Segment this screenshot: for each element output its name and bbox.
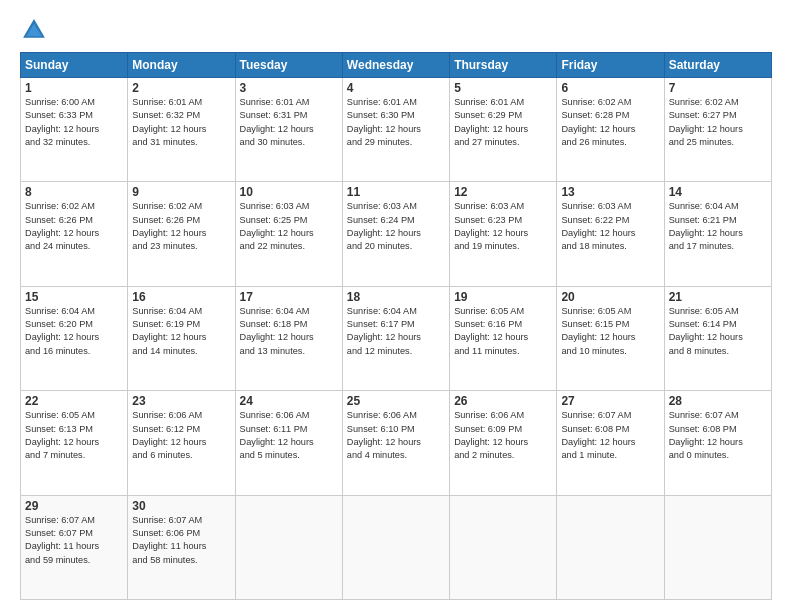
day-info: Sunrise: 6:01 AMSunset: 6:31 PMDaylight:… — [240, 96, 338, 149]
calendar-week-row: 15Sunrise: 6:04 AMSunset: 6:20 PMDayligh… — [21, 286, 772, 390]
calendar-cell — [342, 495, 449, 599]
calendar-cell: 4Sunrise: 6:01 AMSunset: 6:30 PMDaylight… — [342, 78, 449, 182]
dow-header: Sunday — [21, 53, 128, 78]
day-info: Sunrise: 6:05 AMSunset: 6:16 PMDaylight:… — [454, 305, 552, 358]
calendar-table: SundayMondayTuesdayWednesdayThursdayFrid… — [20, 52, 772, 600]
day-number: 13 — [561, 185, 659, 199]
day-number: 2 — [132, 81, 230, 95]
calendar-cell: 12Sunrise: 6:03 AMSunset: 6:23 PMDayligh… — [450, 182, 557, 286]
day-info: Sunrise: 6:03 AMSunset: 6:22 PMDaylight:… — [561, 200, 659, 253]
day-info: Sunrise: 6:01 AMSunset: 6:29 PMDaylight:… — [454, 96, 552, 149]
day-info: Sunrise: 6:04 AMSunset: 6:18 PMDaylight:… — [240, 305, 338, 358]
calendar-cell — [557, 495, 664, 599]
calendar-cell: 21Sunrise: 6:05 AMSunset: 6:14 PMDayligh… — [664, 286, 771, 390]
calendar-cell: 9Sunrise: 6:02 AMSunset: 6:26 PMDaylight… — [128, 182, 235, 286]
calendar-cell: 15Sunrise: 6:04 AMSunset: 6:20 PMDayligh… — [21, 286, 128, 390]
day-info: Sunrise: 6:07 AMSunset: 6:08 PMDaylight:… — [561, 409, 659, 462]
calendar-cell: 2Sunrise: 6:01 AMSunset: 6:32 PMDaylight… — [128, 78, 235, 182]
day-number: 16 — [132, 290, 230, 304]
day-number: 28 — [669, 394, 767, 408]
day-info: Sunrise: 6:04 AMSunset: 6:21 PMDaylight:… — [669, 200, 767, 253]
calendar-cell — [450, 495, 557, 599]
calendar-week-row: 29Sunrise: 6:07 AMSunset: 6:07 PMDayligh… — [21, 495, 772, 599]
day-number: 7 — [669, 81, 767, 95]
dow-header: Wednesday — [342, 53, 449, 78]
day-info: Sunrise: 6:00 AMSunset: 6:33 PMDaylight:… — [25, 96, 123, 149]
calendar-cell: 14Sunrise: 6:04 AMSunset: 6:21 PMDayligh… — [664, 182, 771, 286]
day-info: Sunrise: 6:03 AMSunset: 6:25 PMDaylight:… — [240, 200, 338, 253]
day-info: Sunrise: 6:07 AMSunset: 6:07 PMDaylight:… — [25, 514, 123, 567]
calendar-cell: 29Sunrise: 6:07 AMSunset: 6:07 PMDayligh… — [21, 495, 128, 599]
calendar-cell: 1Sunrise: 6:00 AMSunset: 6:33 PMDaylight… — [21, 78, 128, 182]
day-number: 8 — [25, 185, 123, 199]
day-info: Sunrise: 6:05 AMSunset: 6:13 PMDaylight:… — [25, 409, 123, 462]
day-number: 6 — [561, 81, 659, 95]
day-number: 14 — [669, 185, 767, 199]
calendar-cell: 6Sunrise: 6:02 AMSunset: 6:28 PMDaylight… — [557, 78, 664, 182]
day-number: 11 — [347, 185, 445, 199]
calendar-cell: 22Sunrise: 6:05 AMSunset: 6:13 PMDayligh… — [21, 391, 128, 495]
calendar-cell: 5Sunrise: 6:01 AMSunset: 6:29 PMDaylight… — [450, 78, 557, 182]
day-info: Sunrise: 6:04 AMSunset: 6:17 PMDaylight:… — [347, 305, 445, 358]
day-info: Sunrise: 6:06 AMSunset: 6:11 PMDaylight:… — [240, 409, 338, 462]
day-number: 29 — [25, 499, 123, 513]
day-number: 30 — [132, 499, 230, 513]
calendar-cell: 27Sunrise: 6:07 AMSunset: 6:08 PMDayligh… — [557, 391, 664, 495]
day-number: 22 — [25, 394, 123, 408]
header — [20, 16, 772, 44]
calendar-cell — [664, 495, 771, 599]
day-info: Sunrise: 6:05 AMSunset: 6:14 PMDaylight:… — [669, 305, 767, 358]
calendar-week-row: 22Sunrise: 6:05 AMSunset: 6:13 PMDayligh… — [21, 391, 772, 495]
calendar-cell: 30Sunrise: 6:07 AMSunset: 6:06 PMDayligh… — [128, 495, 235, 599]
calendar-cell: 11Sunrise: 6:03 AMSunset: 6:24 PMDayligh… — [342, 182, 449, 286]
day-info: Sunrise: 6:06 AMSunset: 6:12 PMDaylight:… — [132, 409, 230, 462]
day-info: Sunrise: 6:01 AMSunset: 6:30 PMDaylight:… — [347, 96, 445, 149]
day-info: Sunrise: 6:07 AMSunset: 6:08 PMDaylight:… — [669, 409, 767, 462]
day-number: 17 — [240, 290, 338, 304]
day-info: Sunrise: 6:02 AMSunset: 6:28 PMDaylight:… — [561, 96, 659, 149]
day-number: 5 — [454, 81, 552, 95]
day-info: Sunrise: 6:05 AMSunset: 6:15 PMDaylight:… — [561, 305, 659, 358]
day-info: Sunrise: 6:07 AMSunset: 6:06 PMDaylight:… — [132, 514, 230, 567]
logo — [20, 16, 52, 44]
calendar-cell: 13Sunrise: 6:03 AMSunset: 6:22 PMDayligh… — [557, 182, 664, 286]
calendar-cell: 8Sunrise: 6:02 AMSunset: 6:26 PMDaylight… — [21, 182, 128, 286]
day-info: Sunrise: 6:04 AMSunset: 6:20 PMDaylight:… — [25, 305, 123, 358]
calendar-cell: 28Sunrise: 6:07 AMSunset: 6:08 PMDayligh… — [664, 391, 771, 495]
calendar-cell: 20Sunrise: 6:05 AMSunset: 6:15 PMDayligh… — [557, 286, 664, 390]
day-info: Sunrise: 6:01 AMSunset: 6:32 PMDaylight:… — [132, 96, 230, 149]
day-number: 3 — [240, 81, 338, 95]
calendar-cell: 3Sunrise: 6:01 AMSunset: 6:31 PMDaylight… — [235, 78, 342, 182]
day-number: 20 — [561, 290, 659, 304]
day-number: 25 — [347, 394, 445, 408]
day-number: 4 — [347, 81, 445, 95]
dow-header: Tuesday — [235, 53, 342, 78]
calendar-body: 1Sunrise: 6:00 AMSunset: 6:33 PMDaylight… — [21, 78, 772, 600]
dow-header: Saturday — [664, 53, 771, 78]
calendar-cell: 24Sunrise: 6:06 AMSunset: 6:11 PMDayligh… — [235, 391, 342, 495]
day-info: Sunrise: 6:02 AMSunset: 6:26 PMDaylight:… — [25, 200, 123, 253]
calendar-cell: 23Sunrise: 6:06 AMSunset: 6:12 PMDayligh… — [128, 391, 235, 495]
day-number: 24 — [240, 394, 338, 408]
day-info: Sunrise: 6:06 AMSunset: 6:10 PMDaylight:… — [347, 409, 445, 462]
logo-icon — [20, 16, 48, 44]
day-number: 26 — [454, 394, 552, 408]
day-number: 10 — [240, 185, 338, 199]
day-number: 23 — [132, 394, 230, 408]
day-number: 9 — [132, 185, 230, 199]
day-number: 12 — [454, 185, 552, 199]
calendar-cell: 19Sunrise: 6:05 AMSunset: 6:16 PMDayligh… — [450, 286, 557, 390]
calendar-week-row: 1Sunrise: 6:00 AMSunset: 6:33 PMDaylight… — [21, 78, 772, 182]
day-number: 1 — [25, 81, 123, 95]
day-info: Sunrise: 6:04 AMSunset: 6:19 PMDaylight:… — [132, 305, 230, 358]
dow-header: Friday — [557, 53, 664, 78]
day-number: 27 — [561, 394, 659, 408]
calendar-cell: 25Sunrise: 6:06 AMSunset: 6:10 PMDayligh… — [342, 391, 449, 495]
day-info: Sunrise: 6:06 AMSunset: 6:09 PMDaylight:… — [454, 409, 552, 462]
calendar-cell: 17Sunrise: 6:04 AMSunset: 6:18 PMDayligh… — [235, 286, 342, 390]
calendar-cell: 10Sunrise: 6:03 AMSunset: 6:25 PMDayligh… — [235, 182, 342, 286]
calendar-cell: 16Sunrise: 6:04 AMSunset: 6:19 PMDayligh… — [128, 286, 235, 390]
calendar-week-row: 8Sunrise: 6:02 AMSunset: 6:26 PMDaylight… — [21, 182, 772, 286]
calendar-cell — [235, 495, 342, 599]
calendar-cell: 18Sunrise: 6:04 AMSunset: 6:17 PMDayligh… — [342, 286, 449, 390]
